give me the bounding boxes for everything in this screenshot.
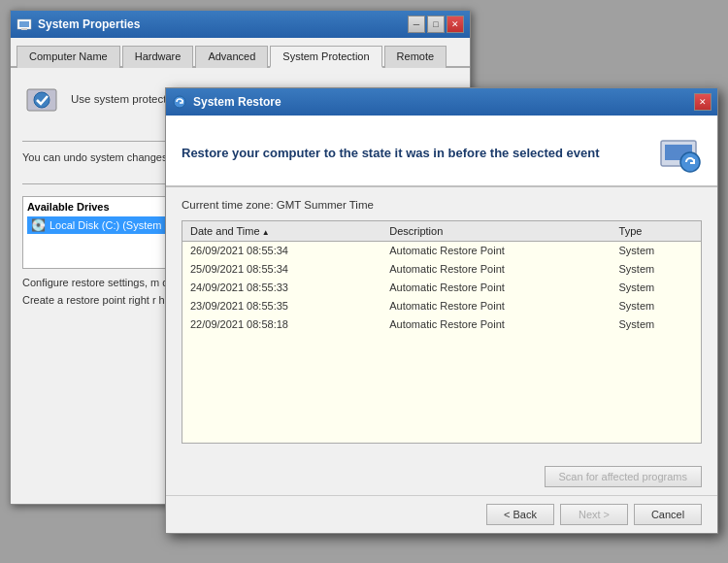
restore-titlebar-buttons: ✕ [694, 93, 711, 111]
table-row[interactable]: 25/09/2021 08:55:34Automatic Restore Poi… [182, 260, 701, 279]
minimize-button[interactable]: ─ [408, 16, 425, 33]
tabs-container: Computer Name Hardware Advanced System P… [11, 38, 470, 68]
restore-titlebar-left: System Restore [172, 94, 281, 110]
titlebar-buttons: ─ □ ✕ [408, 16, 464, 33]
table-row[interactable]: 22/09/2021 08:58:18Automatic Restore Poi… [182, 315, 701, 334]
footer-area: Scan for affected programs < Back Next >… [166, 458, 717, 533]
tab-system-protection[interactable]: System Protection [270, 46, 381, 68]
system-properties-icon [17, 17, 32, 32]
system-restore-window: System Restore ✕ Restore your computer t… [165, 87, 718, 534]
drive-label: Local Disk (C:) (System [50, 219, 162, 231]
nav-buttons: < Back Next > Cancel [166, 495, 717, 533]
scan-btn-area: Scan for affected programs [166, 458, 717, 495]
cancel-button[interactable]: Cancel [634, 504, 702, 525]
maximize-button[interactable]: □ [427, 16, 445, 33]
tab-hardware[interactable]: Hardware [122, 46, 194, 68]
system-properties-titlebar: System Properties ─ □ ✕ [11, 11, 470, 38]
col-type: Type [612, 221, 701, 242]
scan-affected-button[interactable]: Scan for affected programs [545, 466, 702, 487]
drive-icon: 💽 [31, 218, 46, 232]
restore-main-title: Restore your computer to the state it wa… [182, 146, 655, 160]
restore-header-area: Restore your computer to the state it wa… [182, 129, 702, 176]
table-row[interactable]: 23/09/2021 08:55:35Automatic Restore Poi… [182, 297, 701, 315]
svg-point-4 [34, 92, 50, 108]
tab-computer-name[interactable]: Computer Name [17, 46, 120, 68]
titlebar-title: System Properties [38, 17, 140, 31]
restore-title-icon [172, 94, 187, 110]
svg-rect-1 [19, 21, 29, 27]
tab-remote[interactable]: Remote [384, 46, 447, 68]
timezone-label: Current time zone: GMT Summer Time [182, 199, 702, 211]
tab-advanced[interactable]: Advanced [195, 46, 268, 68]
restore-title: System Restore [193, 95, 281, 109]
svg-rect-2 [21, 28, 27, 30]
table-row[interactable]: 26/09/2021 08:55:34Automatic Restore Poi… [182, 242, 701, 260]
restore-body: Current time zone: GMT Summer Time Date … [166, 187, 717, 455]
restore-table: Date and Time Description Type 26/09/202… [182, 221, 701, 334]
back-button[interactable]: < Back [486, 504, 554, 525]
restore-titlebar: System Restore ✕ [166, 88, 717, 116]
restore-close-button[interactable]: ✕ [694, 93, 711, 111]
restore-table-container: Date and Time Description Type 26/09/202… [182, 220, 702, 444]
next-button[interactable]: Next > [560, 504, 628, 525]
close-button[interactable]: ✕ [447, 16, 464, 33]
restore-content-header: Restore your computer to the state it wa… [166, 116, 717, 187]
protection-icon [22, 80, 61, 118]
col-date-time[interactable]: Date and Time [182, 221, 381, 242]
restore-header-icon [655, 129, 702, 176]
col-description: Description [381, 221, 611, 242]
titlebar-left: System Properties [17, 17, 140, 32]
table-row[interactable]: 24/09/2021 08:55:33Automatic Restore Poi… [182, 279, 701, 297]
svg-point-5 [174, 96, 185, 108]
